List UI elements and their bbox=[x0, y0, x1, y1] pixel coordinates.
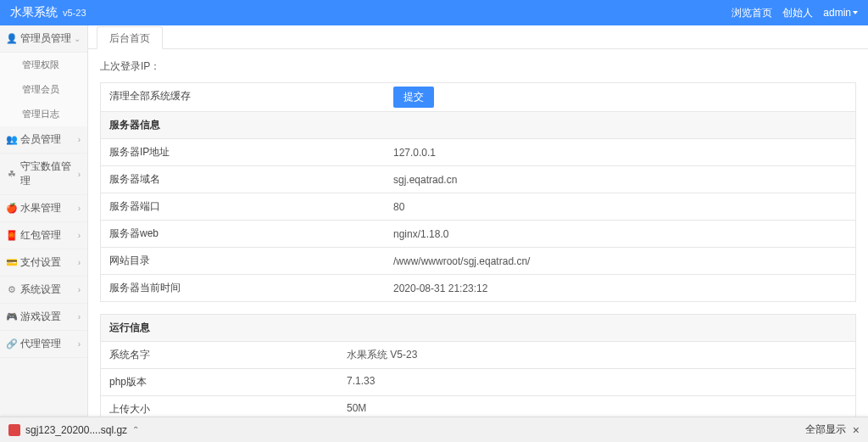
app-title: 水果系统 bbox=[10, 5, 58, 20]
row-value: 80 bbox=[385, 193, 855, 220]
sidebar-item[interactable]: 🎮游戏设置› bbox=[0, 304, 87, 331]
sidebar-item[interactable]: ☘守宝数值管理› bbox=[0, 154, 87, 195]
submit-button[interactable]: 提交 bbox=[393, 87, 434, 108]
pay-icon: 💳 bbox=[7, 258, 17, 268]
row-value: sgj.eqatrad.cn bbox=[385, 166, 855, 193]
sidebar-item[interactable]: ⚙系统设置› bbox=[0, 277, 87, 304]
table-row: 网站目录/www/wwwroot/sgj.eqatrad.cn/ bbox=[101, 248, 855, 275]
nav-creator[interactable]: 创始人 bbox=[782, 6, 813, 20]
table-row: 服务器webnginx/1.18.0 bbox=[101, 221, 855, 248]
table-row: 服务器IP地址127.0.0.1 bbox=[101, 139, 855, 166]
chevron-right-icon: › bbox=[78, 312, 81, 322]
chevron-right-icon: › bbox=[78, 231, 81, 240]
row-label: 网站目录 bbox=[101, 248, 385, 274]
sidebar-item-label: 代理管理 bbox=[20, 337, 61, 351]
tabs: 后台首页 bbox=[88, 25, 868, 49]
row-label: 服务器web bbox=[101, 221, 385, 247]
sidebar-item[interactable]: 🧧红包管理› bbox=[0, 222, 87, 249]
clear-cache-label: 清理全部系统缓存 bbox=[101, 83, 385, 111]
server-info-panel: 清理全部系统缓存 提交 服务器信息 服务器IP地址127.0.0.1服务器域名s… bbox=[100, 82, 856, 302]
row-label: 服务器端口 bbox=[101, 193, 385, 220]
table-row: php版本7.1.33 bbox=[101, 369, 855, 396]
row-label: 服务器域名 bbox=[101, 166, 385, 193]
row-label: 系统名字 bbox=[101, 342, 338, 368]
user-name: admin bbox=[823, 7, 851, 19]
nav-browse-home[interactable]: 浏览首页 bbox=[732, 6, 772, 20]
sidebar-item[interactable]: 👥会员管理› bbox=[0, 126, 87, 154]
app-header: 水果系统 v5-23 浏览首页 创始人 admin bbox=[0, 0, 868, 25]
sidebar-item-label: 游戏设置 bbox=[20, 310, 61, 324]
server-info-header: 服务器信息 bbox=[101, 112, 855, 139]
users-icon: 👥 bbox=[7, 135, 17, 145]
chevron-down-icon bbox=[853, 11, 858, 14]
row-label: 上传大小 bbox=[101, 396, 338, 417]
tree-icon: ☘ bbox=[7, 169, 17, 179]
sidebar-item[interactable]: 🔗代理管理› bbox=[0, 331, 87, 358]
user-menu[interactable]: admin bbox=[823, 7, 858, 19]
table-row: 上传大小50M bbox=[101, 396, 855, 417]
chevron-right-icon: › bbox=[78, 204, 81, 213]
row-value: 2020-08-31 21:23:12 bbox=[385, 275, 855, 301]
sidebar-item-label: 水果管理 bbox=[20, 201, 61, 215]
header-right: 浏览首页 创始人 admin bbox=[732, 6, 858, 20]
row-value: 水果系统 V5-23 bbox=[338, 342, 855, 368]
sidebar-subitem-label: 管理日志 bbox=[22, 108, 59, 120]
sidebar-subitem-label: 管理会员 bbox=[22, 83, 59, 96]
last-login: 上次登录IP： bbox=[100, 59, 856, 74]
game-icon: 🎮 bbox=[7, 312, 17, 322]
tab-dashboard[interactable]: 后台首页 bbox=[97, 26, 163, 49]
sidebar-item[interactable]: 💳支付设置› bbox=[0, 249, 87, 277]
sidebar: 👤管理员管理⌄管理权限管理会员管理日志👥会员管理›☘守宝数值管理›🍎水果管理›🧧… bbox=[0, 25, 88, 417]
sidebar-item-label: 会员管理 bbox=[20, 132, 61, 147]
sidebar-item-label: 红包管理 bbox=[20, 228, 61, 243]
clear-cache-row: 清理全部系统缓存 提交 bbox=[101, 83, 855, 112]
sidebar-item-label: 管理员管理 bbox=[20, 31, 71, 46]
sidebar-subitem[interactable]: 管理权限 bbox=[0, 53, 87, 77]
chevron-right-icon: › bbox=[78, 339, 81, 349]
header-left: 水果系统 v5-23 bbox=[10, 5, 86, 20]
row-value: 7.1.33 bbox=[338, 369, 855, 395]
chevron-right-icon: › bbox=[78, 135, 81, 144]
app-version: v5-23 bbox=[63, 8, 86, 18]
sidebar-item[interactable]: 🍎水果管理› bbox=[0, 195, 87, 222]
row-label: 服务器当前时间 bbox=[101, 275, 385, 301]
sidebar-subitem[interactable]: 管理日志 bbox=[0, 102, 87, 126]
sidebar-item-label: 支付设置 bbox=[20, 255, 61, 270]
server-info-title: 服务器信息 bbox=[101, 112, 385, 138]
row-value: /www/wwwroot/sgj.eqatrad.cn/ bbox=[385, 248, 855, 274]
chevron-right-icon: › bbox=[78, 258, 81, 267]
row-value: nginx/1.18.0 bbox=[385, 221, 855, 247]
table-row: 服务器域名sgj.eqatrad.cn bbox=[101, 166, 855, 193]
apple-icon: 🍎 bbox=[7, 204, 17, 214]
row-value: 50M bbox=[338, 396, 855, 417]
last-login-label: 上次登录IP： bbox=[100, 60, 160, 72]
main: 后台首页 上次登录IP： 清理全部系统缓存 提交 服务器信息 服务器IP地址12 bbox=[88, 25, 868, 417]
run-info-panel: 运行信息 系统名字水果系统 V5-23php版本7.1.33上传大小50M时区P… bbox=[100, 314, 856, 417]
chevron-down-icon: ⌄ bbox=[74, 34, 81, 43]
table-row: 系统名字水果系统 V5-23 bbox=[101, 342, 855, 369]
run-info-header: 运行信息 bbox=[101, 315, 855, 342]
gear-icon: ⚙ bbox=[7, 285, 17, 295]
content: 上次登录IP： 清理全部系统缓存 提交 服务器信息 服务器IP地址127.0.0… bbox=[88, 49, 868, 417]
table-row: 服务器端口80 bbox=[101, 193, 855, 221]
run-info-title: 运行信息 bbox=[101, 315, 338, 341]
sidebar-item-label: 系统设置 bbox=[20, 283, 61, 297]
chevron-right-icon: › bbox=[78, 170, 81, 179]
sidebar-subitem-label: 管理权限 bbox=[22, 59, 59, 71]
row-label: 服务器IP地址 bbox=[101, 139, 385, 165]
sidebar-item-label: 守宝数值管理 bbox=[20, 159, 81, 188]
row-value: 127.0.0.1 bbox=[385, 139, 855, 165]
user-icon: 👤 bbox=[7, 34, 17, 44]
table-row: 服务器当前时间2020-08-31 21:23:12 bbox=[101, 275, 855, 301]
last-login-value bbox=[164, 60, 167, 72]
row-label: php版本 bbox=[101, 369, 338, 395]
proxy-icon: 🔗 bbox=[7, 339, 17, 350]
chevron-right-icon: › bbox=[78, 285, 81, 294]
packet-icon: 🧧 bbox=[7, 231, 17, 241]
sidebar-item[interactable]: 👤管理员管理⌄ bbox=[0, 25, 87, 53]
sidebar-subitem[interactable]: 管理会员 bbox=[0, 77, 87, 102]
